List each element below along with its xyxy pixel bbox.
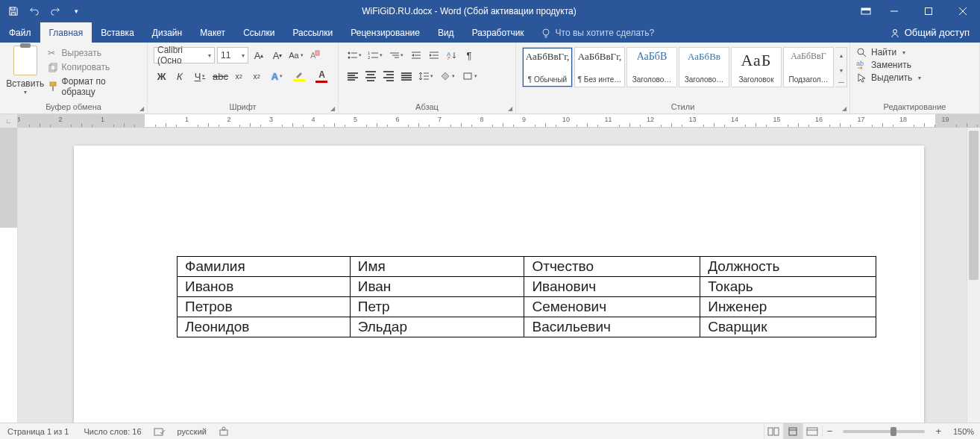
table-cell[interactable]: Петров xyxy=(178,297,351,317)
justify-button[interactable] xyxy=(398,68,415,84)
tab-layout[interactable]: Макет xyxy=(191,22,234,43)
view-read-mode-button[interactable] xyxy=(764,423,783,440)
ribbon-display-icon[interactable] xyxy=(855,0,877,22)
scrollbar-thumb[interactable] xyxy=(969,131,979,280)
undo-icon[interactable] xyxy=(27,4,42,19)
underline-button[interactable]: Ч▾ xyxy=(189,68,210,84)
proofing-icon[interactable] xyxy=(149,426,170,437)
tab-developer[interactable]: Разработчик xyxy=(463,22,533,43)
tab-references[interactable]: Ссылки xyxy=(234,22,283,43)
tab-home[interactable]: Главная xyxy=(40,22,92,43)
decrease-font-button[interactable]: A▾ xyxy=(269,47,286,63)
document-table[interactable]: ФамилияИмяОтчествоДолжностьИвановИванИва… xyxy=(177,256,876,337)
table-cell[interactable]: Леонидов xyxy=(178,317,351,337)
decrease-indent-button[interactable] xyxy=(407,47,424,63)
styles-launcher-icon[interactable]: ◢ xyxy=(842,105,846,112)
clipboard-launcher-icon[interactable]: ◢ xyxy=(139,105,144,112)
align-left-button[interactable] xyxy=(345,68,361,84)
style-heading1[interactable]: АаБбВЗаголово… xyxy=(626,47,677,87)
view-print-layout-button[interactable] xyxy=(783,423,802,440)
replace-button[interactable]: abЗаменить xyxy=(856,60,921,70)
tab-insert[interactable]: Вставка xyxy=(92,22,143,43)
font-launcher-icon[interactable]: ◢ xyxy=(330,105,335,112)
change-case-button[interactable]: Aa▾ xyxy=(288,47,304,63)
status-language[interactable]: русский xyxy=(170,427,214,436)
tab-mailings[interactable]: Рассылки xyxy=(283,22,342,43)
table-cell[interactable]: Васильевич xyxy=(524,317,700,337)
subscript-button[interactable]: x2 xyxy=(230,68,246,84)
increase-font-button[interactable]: A▴ xyxy=(251,47,267,63)
vertical-scrollbar[interactable] xyxy=(967,128,980,423)
table-cell[interactable]: Сварщик xyxy=(700,317,876,337)
tab-review[interactable]: Рецензирование xyxy=(342,22,429,43)
clear-formatting-button[interactable]: A xyxy=(307,47,323,63)
align-right-button[interactable] xyxy=(380,68,397,84)
numbering-button[interactable]: 12▾ xyxy=(365,47,385,63)
font-size-combo[interactable]: 11▾ xyxy=(217,47,248,63)
find-button[interactable]: Найти▾ xyxy=(856,47,921,57)
ruler-corner[interactable]: ∟ xyxy=(0,114,18,128)
borders-button[interactable]: ▾ xyxy=(459,68,480,84)
table-cell[interactable]: Семенович xyxy=(524,297,700,317)
superscript-button[interactable]: x2 xyxy=(249,68,265,84)
share-button[interactable]: Общий доступ xyxy=(879,22,980,43)
table-cell[interactable]: Должность xyxy=(700,257,876,277)
text-effects-button[interactable]: A▾ xyxy=(267,68,287,84)
zoom-in-button[interactable]: + xyxy=(931,426,946,437)
table-cell[interactable]: Фамилия xyxy=(178,257,351,277)
horizontal-ruler[interactable]: 32112345678910111213141516171819 xyxy=(18,114,980,128)
redo-icon[interactable] xyxy=(48,4,63,19)
bullets-button[interactable]: ▾ xyxy=(345,47,364,63)
status-page[interactable]: Страница 1 из 1 xyxy=(0,427,76,436)
shading-button[interactable]: ▾ xyxy=(437,68,458,84)
minimize-button[interactable] xyxy=(877,0,911,22)
macro-recording-icon[interactable] xyxy=(214,426,233,437)
style-subtitle[interactable]: АаБбВвГПодзагол… xyxy=(783,47,834,87)
style-heading2[interactable]: АаБбВвЗаголово… xyxy=(679,47,729,87)
paragraph-launcher-icon[interactable]: ◢ xyxy=(508,105,512,112)
zoom-level[interactable]: 150% xyxy=(946,427,980,436)
status-word-count[interactable]: Число слов: 16 xyxy=(76,427,148,436)
zoom-out-button[interactable]: − xyxy=(822,426,838,437)
table-row[interactable]: ИвановИванИвановичТокарь xyxy=(178,277,876,297)
style-gallery-expand[interactable]: ▴▾ xyxy=(835,47,847,87)
table-cell[interactable]: Токарь xyxy=(700,277,876,297)
table-cell[interactable]: Эльдар xyxy=(350,317,524,337)
table-cell[interactable]: Имя xyxy=(350,257,524,277)
tab-design[interactable]: Дизайн xyxy=(143,22,191,43)
bold-button[interactable]: Ж xyxy=(154,68,169,84)
table-cell[interactable]: Отчество xyxy=(524,257,700,277)
table-row[interactable]: ФамилияИмяОтчествоДолжность xyxy=(178,257,876,277)
table-row[interactable]: ПетровПетрСеменовичИнженер xyxy=(178,297,876,317)
style-normal[interactable]: АаБбВвГг,¶ Обычный xyxy=(522,47,573,87)
vertical-ruler[interactable] xyxy=(0,128,18,423)
style-no-spacing[interactable]: АаБбВвГг,¶ Без инте… xyxy=(574,47,625,87)
increase-indent-button[interactable] xyxy=(425,47,442,63)
paste-button[interactable]: Вставить ▾ xyxy=(6,46,45,99)
table-cell[interactable]: Инженер xyxy=(700,297,876,317)
show-marks-button[interactable]: ¶ xyxy=(461,47,477,63)
format-painter-button[interactable]: Формат по образцу xyxy=(48,76,141,97)
table-cell[interactable]: Иван xyxy=(350,277,524,297)
font-color-button[interactable]: A xyxy=(312,68,332,84)
view-web-layout-button[interactable] xyxy=(802,423,822,440)
zoom-slider[interactable] xyxy=(843,430,925,433)
style-title[interactable]: АаБЗаголовок xyxy=(731,47,782,87)
tab-view[interactable]: Вид xyxy=(429,22,463,43)
table-row[interactable]: ЛеонидовЭльдарВасильевичСварщик xyxy=(178,317,876,337)
tell-me-field[interactable]: Что вы хотите сделать? xyxy=(533,22,662,43)
qat-customize-icon[interactable]: ▾ xyxy=(69,4,84,19)
line-spacing-button[interactable]: ▾ xyxy=(416,68,436,84)
tab-file[interactable]: Файл xyxy=(0,22,40,43)
multilevel-list-button[interactable]: ▾ xyxy=(386,47,406,63)
close-button[interactable] xyxy=(946,0,980,22)
table-cell[interactable]: Иванов xyxy=(178,277,351,297)
sort-button[interactable]: AZ xyxy=(443,47,459,63)
save-icon[interactable] xyxy=(6,4,21,19)
zoom-slider-knob[interactable] xyxy=(891,427,896,436)
italic-button[interactable]: К xyxy=(172,68,187,84)
highlight-button[interactable] xyxy=(289,68,310,84)
page[interactable]: ФамилияИмяОтчествоДолжностьИвановИванИва… xyxy=(74,146,924,423)
align-center-button[interactable] xyxy=(362,68,379,84)
maximize-button[interactable] xyxy=(911,0,946,22)
